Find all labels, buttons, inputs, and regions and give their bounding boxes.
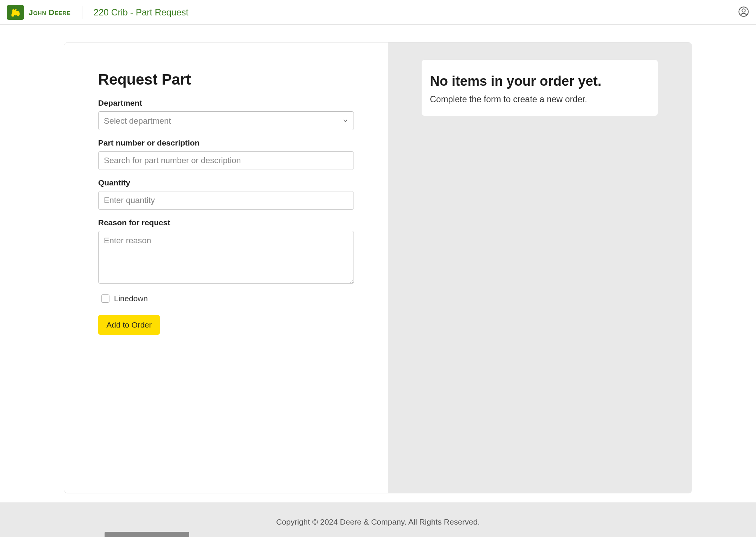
department-label: Department (98, 99, 354, 108)
linedown-label: Linedown (114, 294, 148, 303)
department-select[interactable]: Select department (98, 111, 354, 130)
app-header: John Deere 220 Crib - Part Request (0, 0, 756, 25)
brand-name: John Deere (29, 8, 71, 17)
part-group: Part number or description (98, 138, 354, 170)
empty-order-title: No items in your order yet. (430, 73, 650, 89)
content-card: Request Part Department Select departmen… (64, 42, 692, 493)
linedown-row: Linedown (101, 294, 354, 303)
quantity-input[interactable] (98, 191, 354, 210)
reason-label: Reason for request (98, 218, 354, 227)
part-label: Part number or description (98, 138, 354, 147)
form-title: Request Part (98, 71, 354, 88)
svg-point-1 (742, 9, 745, 12)
user-account-icon[interactable] (738, 6, 749, 17)
copyright-text: Copyright © 2024 Deere & Company. All Ri… (276, 517, 480, 526)
page-title: 220 Crib - Part Request (94, 7, 188, 18)
department-group: Department Select department (98, 99, 354, 130)
header-divider (82, 6, 82, 19)
empty-order-subtitle: Complete the form to create a new order. (430, 94, 650, 105)
brand-logo (7, 5, 24, 20)
reason-group: Reason for request (98, 218, 354, 285)
linedown-checkbox[interactable] (101, 294, 109, 303)
quantity-group: Quantity (98, 178, 354, 210)
main-content: Request Part Department Select departmen… (32, 25, 724, 493)
deer-icon (10, 8, 21, 17)
reason-textarea[interactable] (98, 231, 354, 284)
add-to-order-button[interactable]: Add to Order (98, 315, 160, 335)
scrollbar-handle[interactable] (105, 532, 189, 537)
part-input[interactable] (98, 151, 354, 170)
quantity-label: Quantity (98, 178, 354, 187)
request-form-panel: Request Part Department Select departmen… (64, 42, 388, 493)
order-panel: No items in your order yet. Complete the… (388, 42, 692, 493)
empty-order-box: No items in your order yet. Complete the… (422, 60, 658, 116)
